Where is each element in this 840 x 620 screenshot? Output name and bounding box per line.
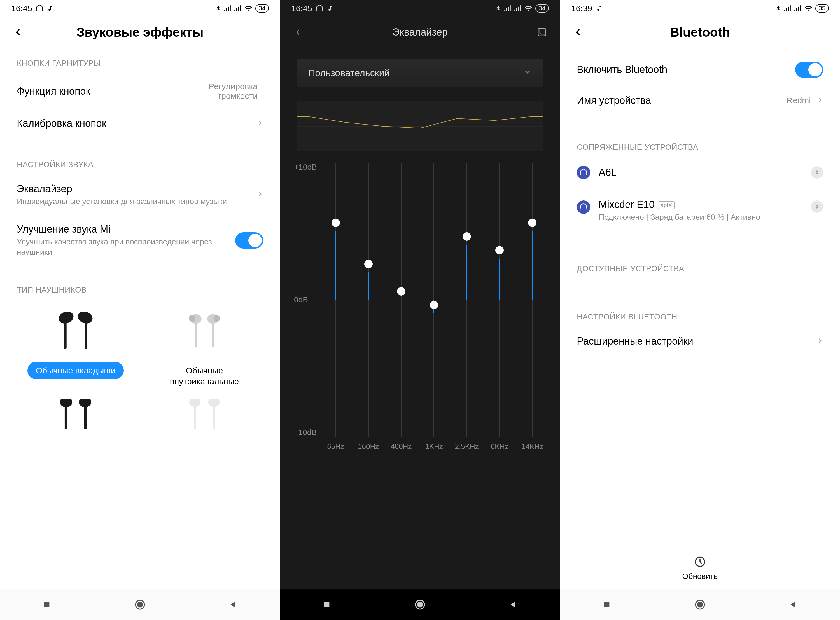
svg-rect-26 [44, 602, 49, 607]
battery-indicator: 35 [815, 4, 829, 13]
svg-rect-43 [784, 9, 785, 12]
row-advanced-settings[interactable]: Расширенные настройки [560, 327, 840, 355]
eq-thumb[interactable] [331, 218, 340, 227]
headphones-icon [316, 5, 324, 12]
eq-slider-2.5KHz[interactable]: 2.5KHz [450, 163, 483, 437]
nav-back-button[interactable] [227, 598, 240, 611]
chevron-down-icon [523, 68, 532, 78]
svg-rect-0 [224, 9, 225, 12]
eq-thumb[interactable] [430, 301, 438, 309]
back-button[interactable] [291, 25, 305, 39]
svg-rect-9 [64, 321, 67, 349]
signal-icon [224, 5, 231, 12]
svg-rect-49 [798, 7, 799, 12]
hp-type-3[interactable] [17, 399, 134, 429]
svg-rect-38 [540, 29, 545, 34]
back-button[interactable] [11, 25, 25, 39]
signal-icon [504, 5, 511, 12]
bt-device-a6l[interactable]: A6L [560, 157, 840, 188]
svg-rect-30 [506, 8, 507, 12]
svg-rect-23 [194, 405, 196, 429]
wifi-icon [524, 5, 533, 12]
refresh-button[interactable]: Обновить [560, 547, 840, 589]
preset-select[interactable]: Пользовательский [297, 59, 543, 87]
wifi-icon [244, 5, 253, 12]
eq-slider-6KHz[interactable]: 6KHz [483, 163, 516, 437]
page-title: Эквалайзер [305, 26, 535, 38]
nav-recent-button[interactable] [320, 598, 333, 611]
status-time: 16:39 [571, 4, 592, 13]
svg-rect-47 [794, 9, 795, 12]
nav-recent-button[interactable] [40, 598, 53, 611]
eq-thumb[interactable] [364, 260, 373, 268]
svg-rect-1 [226, 8, 227, 12]
row-button-calibration[interactable]: Калибровка кнопок [0, 109, 280, 138]
hp-type-earbuds[interactable]: Обычные вкладыши [17, 305, 134, 390]
row-title: Имя устройства [577, 95, 787, 106]
svg-rect-3 [230, 5, 230, 12]
eq-thumb[interactable] [528, 218, 536, 227]
svg-point-13 [189, 315, 196, 322]
hp-label: Обычные внутриканальные [146, 362, 263, 390]
aptx-badge: aptX [658, 201, 674, 209]
bluetooth-icon [215, 5, 221, 12]
row-equalizer[interactable]: Эквалайзер Индивидуальные установки для … [0, 175, 280, 215]
title-bar: Звуковые эффекты [0, 17, 280, 48]
toggle-mi-sound[interactable] [235, 232, 263, 248]
navigation-bar [560, 589, 840, 620]
svg-rect-40 [324, 602, 329, 607]
status-time: 16:45 [11, 4, 32, 13]
back-button[interactable] [571, 25, 585, 39]
eq-slider-1KHz[interactable]: 1KHz [417, 163, 450, 437]
eq-slider-400Hz[interactable]: 400Hz [385, 163, 417, 437]
hp-type-4[interactable] [146, 399, 263, 429]
nav-home-button[interactable] [414, 598, 426, 611]
nav-home-button[interactable] [694, 598, 706, 611]
eq-thumb[interactable] [495, 246, 504, 254]
row-subtitle: Индивидуальные установки для различных т… [17, 197, 256, 206]
section-bt-settings: НАСТРОЙКИ BLUETOOTH [560, 279, 840, 327]
nav-back-button[interactable] [787, 598, 800, 611]
eq-slider-14KHz[interactable]: 14KHz [516, 163, 549, 437]
title-bar: Эквалайзер [280, 17, 560, 48]
nav-recent-button[interactable] [600, 598, 613, 611]
eq-slider-area: 65Hz160Hz400Hz1KHz2.5KHz6KHz14KHz [291, 163, 549, 459]
svg-rect-4 [234, 9, 235, 12]
svg-rect-11 [84, 321, 87, 349]
refresh-icon [694, 555, 706, 569]
eq-thumb[interactable] [462, 232, 471, 241]
row-button-function[interactable]: Функция кнопок Регулировка громкости [0, 73, 280, 109]
hp-label: Обычные вкладыши [27, 362, 124, 379]
row-device-name[interactable]: Имя устройства Redmi [560, 86, 840, 115]
headphones-icon [577, 166, 590, 179]
music-note-icon [596, 5, 602, 12]
eq-track [401, 163, 402, 437]
bluetooth-icon [495, 5, 501, 12]
refresh-label: Обновить [682, 572, 718, 581]
bt-device-mixcder[interactable]: Mixcder E10aptX Подключено | Заряд батар… [560, 188, 840, 231]
eq-slider-65Hz[interactable]: 65Hz [319, 163, 352, 437]
svg-rect-25 [213, 405, 215, 429]
svg-rect-5 [236, 8, 237, 12]
nav-home-button[interactable] [134, 598, 146, 611]
device-settings-button[interactable] [811, 166, 823, 179]
row-mi-sound-enhance[interactable]: Улучшение звука Mi Улучшить качество зву… [0, 215, 280, 266]
preset-button[interactable] [535, 25, 549, 39]
eq-thumb[interactable] [397, 287, 405, 296]
headphone-type-grid: Обычные вкладыши Обычные внутриканальные [0, 300, 280, 390]
hp-type-inear[interactable]: Обычные внутриканальные [146, 305, 263, 390]
signal-icon-2 [794, 5, 801, 12]
headphone-type-grid-row2 [0, 390, 280, 429]
svg-rect-14 [195, 321, 197, 348]
row-title: Включить Bluetooth [577, 64, 795, 75]
nav-back-button[interactable] [507, 598, 520, 611]
status-time: 16:45 [291, 4, 312, 13]
music-note-icon [47, 5, 53, 12]
svg-rect-50 [800, 5, 801, 12]
device-settings-button[interactable] [811, 200, 823, 213]
eq-slider-160Hz[interactable]: 160Hz [352, 163, 385, 437]
headphones-icon [577, 200, 590, 214]
row-bluetooth-toggle[interactable]: Включить Bluetooth [560, 48, 840, 86]
toggle-bluetooth[interactable] [795, 62, 823, 78]
eq-freq-label: 2.5KHz [455, 442, 479, 451]
